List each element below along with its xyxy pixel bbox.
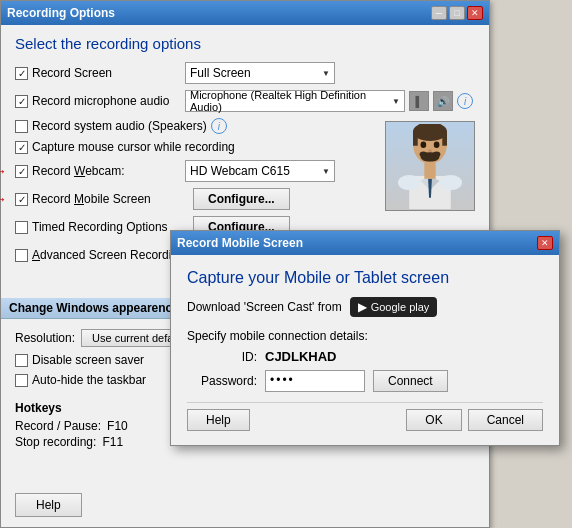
connect-button[interactable]: Connect (373, 370, 448, 392)
capture-mouse-label[interactable]: Capture mouse cursor while recording (15, 140, 235, 154)
hotkey-record-key: F10 (107, 419, 128, 433)
timed-recording-text: Timed Recording Options (32, 220, 168, 234)
popup-close-button[interactable]: ✕ (537, 236, 553, 250)
popup-controls: ✕ (537, 236, 553, 250)
webcam-arrow-icon: → (0, 163, 7, 179)
option-row-record-screen: Record Screen Full Screen ▼ (15, 62, 475, 84)
main-help-button[interactable]: Help (15, 493, 82, 517)
svg-point-8 (420, 151, 428, 157)
disable-screensaver-checkbox[interactable] (15, 354, 28, 367)
timed-recording-label[interactable]: Timed Recording Options (15, 220, 185, 234)
auto-hide-taskbar-checkbox[interactable] (15, 374, 28, 387)
record-system-text: Record system audio (Speakers) (32, 119, 207, 133)
popup-buttons: Help OK Cancel (187, 402, 543, 431)
google-play-badge[interactable]: ▶ Google play (350, 297, 438, 317)
dropdown-arrow-icon: ▼ (322, 69, 330, 78)
mobile-configure-button[interactable]: Configure... (193, 188, 290, 210)
svg-rect-3 (442, 131, 447, 145)
popup-content: Capture your Mobile or Tablet screen Dow… (171, 255, 559, 445)
svg-point-16 (439, 175, 462, 190)
auto-hide-taskbar-text: Auto-hide the taskbar (32, 373, 146, 387)
mute-icon[interactable]: 🔊 (433, 91, 453, 111)
id-value: CJDLKHAD (265, 349, 337, 364)
dropdown-arrow-mic-icon: ▼ (392, 97, 400, 106)
resolution-label: Resolution: (15, 331, 75, 345)
record-system-checkbox[interactable] (15, 120, 28, 133)
capture-mouse-checkbox[interactable] (15, 141, 28, 154)
svg-point-9 (433, 151, 441, 157)
popup-help-button[interactable]: Help (187, 409, 250, 431)
webcam-person-image (386, 122, 474, 210)
record-screen-checkbox[interactable] (15, 67, 28, 80)
record-mobile-text: Record Mobile Screen (32, 192, 151, 206)
id-label: ID: (187, 350, 257, 364)
capture-mouse-text: Capture mouse cursor while recording (32, 140, 235, 154)
connection-section: Specify mobile connection details: ID: C… (187, 329, 543, 392)
webcam-preview (385, 121, 475, 211)
record-webcam-text: Record Webcam: (32, 164, 125, 178)
maximize-button[interactable]: □ (449, 6, 465, 20)
mic-info-icon[interactable]: i (457, 93, 473, 109)
minimize-button[interactable]: ─ (431, 6, 447, 20)
svg-point-4 (421, 141, 427, 148)
popup-title: Record Mobile Screen (177, 236, 303, 250)
download-text: Download 'Screen Cast' from (187, 300, 342, 314)
auto-hide-taskbar-label[interactable]: Auto-hide the taskbar (15, 373, 185, 387)
timed-recording-checkbox[interactable] (15, 221, 28, 234)
hotkey-record-label: Record / Pause: (15, 419, 101, 433)
record-mobile-label[interactable]: Record Mobile Screen (15, 192, 185, 206)
window-controls: ─ □ ✕ (431, 6, 483, 20)
password-input[interactable]: •••• (265, 370, 365, 392)
popup-ok-cancel: OK Cancel (406, 409, 543, 431)
disable-screensaver-text: Disable screen saver (32, 353, 144, 367)
record-screen-dropdown[interactable]: Full Screen ▼ (185, 62, 335, 84)
password-field-row: Password: •••• Connect (187, 370, 543, 392)
main-title-bar: Recording Options ─ □ ✕ (1, 1, 489, 25)
record-webcam-dropdown[interactable]: HD Webcam C615 ▼ (185, 160, 335, 182)
record-mic-checkbox[interactable] (15, 95, 28, 108)
google-play-text: Google play (371, 301, 430, 313)
popup-heading: Capture your Mobile or Tablet screen (187, 269, 543, 287)
svg-point-15 (398, 175, 421, 190)
record-screen-text: Record Screen (32, 66, 112, 80)
password-dots: •••• (270, 373, 295, 387)
advanced-recording-checkbox[interactable] (15, 249, 28, 262)
svg-point-5 (434, 141, 440, 148)
svg-rect-14 (424, 161, 435, 178)
record-mic-label[interactable]: Record microphone audio (15, 94, 185, 108)
mobile-arrow-icon: → (0, 191, 7, 207)
password-label: Password: (187, 374, 257, 388)
connection-title: Specify mobile connection details: (187, 329, 543, 343)
hotkey-stop-label: Stop recording: (15, 435, 96, 449)
hotkey-stop-key: F11 (102, 435, 123, 449)
popup-window: Record Mobile Screen ✕ Capture your Mobi… (170, 230, 560, 446)
download-row: Download 'Screen Cast' from ▶ Google pla… (187, 297, 543, 317)
close-button[interactable]: ✕ (467, 6, 483, 20)
option-row-record-mic: Record microphone audio Microphone (Real… (15, 90, 475, 112)
record-system-label[interactable]: Record system audio (Speakers) (15, 119, 207, 133)
record-webcam-label[interactable]: Record Webcam: (15, 164, 185, 178)
disable-screensaver-label[interactable]: Disable screen saver (15, 353, 185, 367)
svg-rect-2 (413, 131, 418, 145)
popup-ok-button[interactable]: OK (406, 409, 461, 431)
main-window-title: Recording Options (7, 6, 115, 20)
popup-title-bar: Record Mobile Screen ✕ (171, 231, 559, 255)
play-icon: ▶ (358, 300, 367, 314)
record-screen-label[interactable]: Record Screen (15, 66, 185, 80)
id-field-row: ID: CJDLKHAD (187, 349, 543, 364)
section-heading: Select the recording options (15, 35, 475, 52)
volume-bar-icon: ▌ (409, 91, 429, 111)
record-mic-text: Record microphone audio (32, 94, 169, 108)
popup-cancel-button[interactable]: Cancel (468, 409, 543, 431)
record-mobile-checkbox[interactable] (15, 193, 28, 206)
record-webcam-checkbox[interactable] (15, 165, 28, 178)
record-mic-dropdown[interactable]: Microphone (Realtek High Definition Audi… (185, 90, 405, 112)
dropdown-arrow-webcam-icon: ▼ (322, 167, 330, 176)
system-info-icon[interactable]: i (211, 118, 227, 134)
